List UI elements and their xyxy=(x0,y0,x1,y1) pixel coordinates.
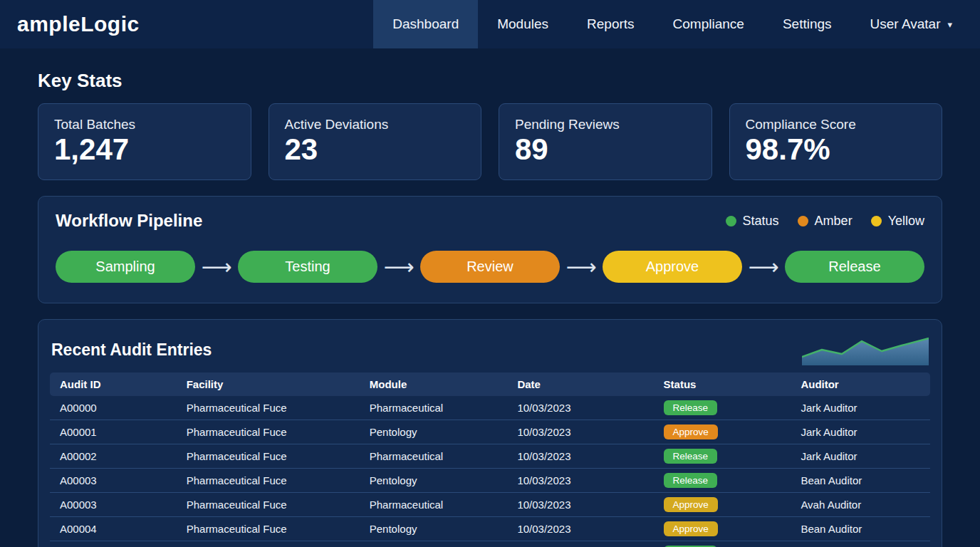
pipeline-stage-approve[interactable]: Approve xyxy=(603,251,742,283)
module-cell: Pharmaceutical xyxy=(363,493,511,517)
auditor-cell: Jark Auditor xyxy=(793,396,930,420)
date-cell: 10/03/2023 xyxy=(510,469,656,493)
arrow-right-icon: ⟶ xyxy=(561,256,600,278)
auditor-cell: Jark Auditor xyxy=(793,420,930,444)
audit-table: Audit IDFacilityModuleDateStatusAuditor … xyxy=(50,373,930,547)
date-cell: 10/03/2023 xyxy=(510,444,656,469)
stat-card-pending-reviews: Pending Reviews89 xyxy=(499,103,712,180)
module-cell: Pentology xyxy=(363,420,511,444)
auditor-cell: Juivn Auditor xyxy=(793,541,930,547)
date-cell: 10/03/2023 xyxy=(510,420,656,444)
nav-item-compliance[interactable]: Compliance xyxy=(654,0,763,48)
auditor-cell: Jark Auditor xyxy=(793,444,930,469)
status-cell: Approve xyxy=(657,420,794,444)
key-stats-cards: Total Batches1,247Active Deviations23Pen… xyxy=(38,103,942,180)
table-row[interactable]: A00005Pharmaceutical FucePharmaceutical1… xyxy=(50,541,930,547)
column-header-module: Module xyxy=(363,373,511,396)
stat-card-compliance-score: Compliance Score98.7% xyxy=(729,103,943,180)
status-cell: Approve xyxy=(657,493,794,517)
facility-cell: Pharmaceutical Fuce xyxy=(179,396,363,420)
status-cell: Approve xyxy=(657,517,794,541)
stat-label: Pending Reviews xyxy=(515,117,696,132)
legend-item-status: Status xyxy=(726,214,779,229)
table-row[interactable]: A00002Pharmaceutical FucePharmaceutical1… xyxy=(50,444,930,469)
stat-label: Active Deviations xyxy=(285,117,466,132)
legend-label: Status xyxy=(743,214,779,229)
stat-label: Total Batches xyxy=(54,117,235,132)
stat-value: 89 xyxy=(515,134,696,165)
table-row[interactable]: A00003Pharmaceutical FucePharmaceutical1… xyxy=(50,493,930,517)
stat-card-total-batches: Total Batches1,247 xyxy=(38,103,251,180)
status-badge: Approve xyxy=(664,497,718,512)
pipeline-legend: StatusAmberYellow xyxy=(726,214,924,229)
table-row[interactable]: A00004Pharmaceutical FucePentology10/03/… xyxy=(50,517,930,541)
date-cell: 10/03/2023 xyxy=(510,541,656,547)
nav-item-label: Modules xyxy=(497,16,548,32)
audit-id-cell: A00003 xyxy=(50,493,179,517)
date-cell: 10/03/2023 xyxy=(510,517,656,541)
status-badge: Release xyxy=(664,449,718,464)
audit-table-body: A00000Pharmaceutical FucePharmaceutical1… xyxy=(50,396,930,547)
nav-item-settings[interactable]: Settings xyxy=(763,0,851,48)
arrow-right-icon: ⟶ xyxy=(744,256,783,278)
table-row[interactable]: A00000Pharmaceutical FucePharmaceutical1… xyxy=(50,396,930,420)
status-cell: Release xyxy=(657,444,794,469)
app-logo: ampleLogic xyxy=(17,12,140,36)
pipeline-stage-review[interactable]: Review xyxy=(420,251,560,283)
status-cell: Release xyxy=(657,396,794,420)
auditor-cell: Avah Auditor xyxy=(793,493,930,517)
module-cell: Pentology xyxy=(363,469,511,493)
module-cell: Pentology xyxy=(363,517,511,541)
stat-card-active-deviations: Active Deviations23 xyxy=(269,103,482,180)
column-header-status: Status xyxy=(657,373,794,396)
pipeline-stage-sampling[interactable]: Sampling xyxy=(56,251,195,283)
module-cell: Pharmaceutical xyxy=(363,444,511,469)
legend-label: Amber xyxy=(815,214,853,229)
facility-cell: Pharmaceutical Fuce xyxy=(179,517,363,541)
nav-item-label: Reports xyxy=(587,16,635,32)
arrow-right-icon: ⟶ xyxy=(379,256,418,278)
workflow-pipeline-title: Workflow Pipeline xyxy=(56,211,202,231)
column-header-audit-id: Audit ID xyxy=(50,373,179,396)
nav-item-user-avatar[interactable]: User Avatar▾ xyxy=(851,0,971,48)
status-badge: Release xyxy=(664,400,718,415)
audit-id-cell: A00000 xyxy=(50,396,179,420)
nav-menu: DashboardModulesReportsComplianceSetting… xyxy=(373,0,971,48)
main-content: Key Stats Total Batches1,247Active Devia… xyxy=(0,48,980,547)
audit-table-header-row: Audit IDFacilityModuleDateStatusAuditor xyxy=(50,373,930,396)
audit-id-cell: A00004 xyxy=(50,517,179,541)
table-row[interactable]: A00001Pharmaceutical FucePentology10/03/… xyxy=(50,420,930,444)
recent-audit-title: Recent Audit Entries xyxy=(51,340,212,360)
nav-item-label: Dashboard xyxy=(392,16,459,32)
audit-id-cell: A00003 xyxy=(50,469,179,493)
nav-item-modules[interactable]: Modules xyxy=(478,0,568,48)
module-cell: Pharmaceutical xyxy=(363,541,511,547)
facility-cell: Pharmaceutical Fuce xyxy=(179,493,363,517)
column-header-date: Date xyxy=(510,373,656,396)
status-badge: Approve xyxy=(664,424,718,439)
module-cell: Pharmaceutical xyxy=(363,396,511,420)
legend-dot-icon xyxy=(871,216,882,226)
auditor-cell: Bean Auditor xyxy=(793,517,930,541)
top-navbar: ampleLogic DashboardModulesReportsCompli… xyxy=(0,0,980,48)
stat-value: 98.7% xyxy=(746,134,927,165)
legend-dot-icon xyxy=(726,216,736,226)
pipeline-stage-release[interactable]: Release xyxy=(785,251,924,283)
legend-item-yellow: Yellow xyxy=(871,214,924,229)
facility-cell: Pharmaceutical Fuce xyxy=(179,469,363,493)
table-row[interactable]: A00003Pharmaceutical FucePentology10/03/… xyxy=(50,469,930,493)
facility-cell: Pharmaceutical Fuce xyxy=(179,444,363,469)
audit-id-cell: A00005 xyxy=(50,541,179,547)
legend-item-amber: Amber xyxy=(798,214,853,229)
nav-item-dashboard[interactable]: Dashboard xyxy=(373,0,478,48)
nav-item-label: User Avatar xyxy=(870,16,941,32)
nav-item-reports[interactable]: Reports xyxy=(568,0,654,48)
nav-item-label: Compliance xyxy=(673,16,744,32)
audit-trend-sparkline xyxy=(802,334,929,365)
arrow-right-icon: ⟶ xyxy=(197,256,236,278)
column-header-auditor: Auditor xyxy=(793,373,930,396)
status-badge: Release xyxy=(664,473,718,488)
legend-label: Yellow xyxy=(888,214,924,229)
pipeline-stage-testing[interactable]: Testing xyxy=(238,251,377,283)
stat-value: 23 xyxy=(285,134,466,165)
